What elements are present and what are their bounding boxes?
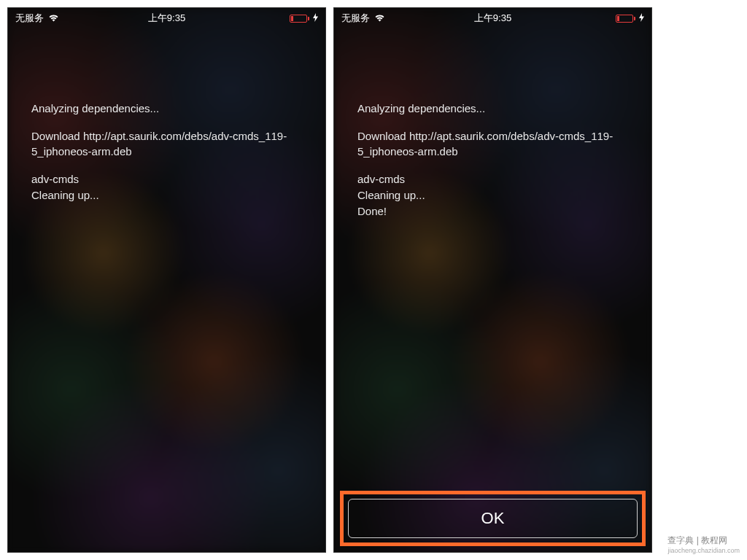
ok-button[interactable]: OK <box>348 499 638 538</box>
wifi-icon <box>374 13 385 24</box>
console-line: Analyzing dependencies... <box>357 101 628 116</box>
console-line: adv-cmds <box>31 172 302 187</box>
console-output: Analyzing dependencies... Download http:… <box>334 28 651 219</box>
status-time: 上午9:35 <box>474 12 511 25</box>
status-right <box>290 13 318 24</box>
watermark: 查字典 | 教程网 jiaocheng.chazidian.com <box>665 533 743 556</box>
phone-screen-right: 无服务 上午9:35 Analyzing dependencies... Dow… <box>333 7 652 553</box>
status-left: 无服务 <box>15 12 59 25</box>
battery-low-icon <box>616 15 635 23</box>
status-right <box>616 13 644 24</box>
console-line: Cleaning up... <box>31 188 302 203</box>
battery-low-icon <box>290 15 309 23</box>
status-bar: 无服务 上午9:35 <box>8 8 325 28</box>
carrier-label: 无服务 <box>15 12 44 25</box>
console-line: Download http://apt.saurik.com/debs/adv-… <box>357 129 628 159</box>
console-line: adv-cmds <box>357 172 628 187</box>
console-line: Download http://apt.saurik.com/debs/adv-… <box>31 129 302 159</box>
carrier-label: 无服务 <box>341 12 370 25</box>
wifi-icon <box>48 13 59 24</box>
charging-icon <box>313 13 318 24</box>
watermark-sub: jiaocheng.chazidian.com <box>667 547 740 554</box>
phone-screen-left: 无服务 上午9:35 Analyzing dependencies... Dow… <box>7 7 326 553</box>
ok-button-highlight: OK <box>340 491 646 546</box>
console-output: Analyzing dependencies... Download http:… <box>8 28 325 203</box>
watermark-text: 查字典 | 教程网 <box>667 535 727 545</box>
status-bar: 无服务 上午9:35 <box>334 8 651 28</box>
status-left: 无服务 <box>341 12 385 25</box>
console-line: Done! <box>357 204 628 219</box>
console-line: Analyzing dependencies... <box>31 101 302 116</box>
console-line: Cleaning up... <box>357 188 628 203</box>
charging-icon <box>639 13 644 24</box>
status-time: 上午9:35 <box>148 12 185 25</box>
